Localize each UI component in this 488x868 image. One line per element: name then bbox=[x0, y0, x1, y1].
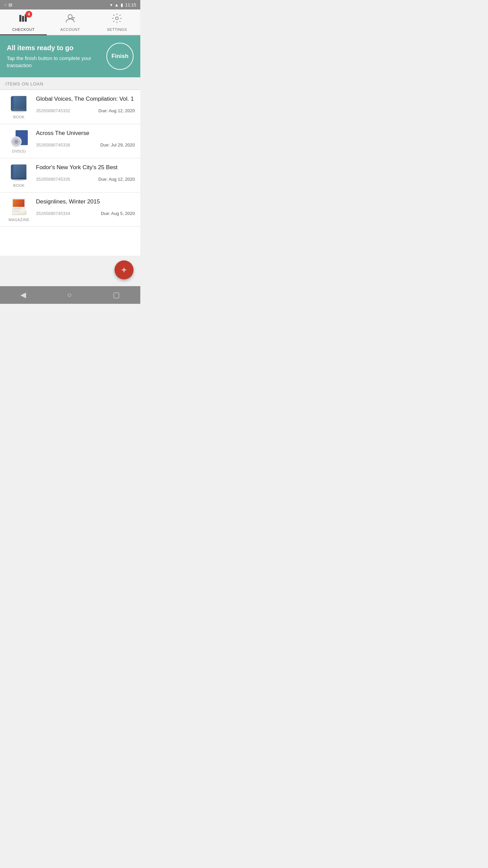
svg-rect-7 bbox=[12, 96, 26, 111]
add-item-button[interactable]: + bbox=[115, 260, 134, 279]
book-icon bbox=[9, 95, 29, 113]
list-item: DVD(s) Across The Universe 3526589074533… bbox=[0, 124, 140, 158]
finish-button[interactable]: Finish bbox=[106, 43, 134, 70]
status-bar: ○ ▤ ▾ ▲ ▮ 11:15 bbox=[0, 0, 140, 9]
sd-icon: ▤ bbox=[8, 2, 12, 7]
item-due: Due: Aug 12, 2020 bbox=[98, 177, 135, 182]
item-title: Across The Universe bbox=[36, 130, 135, 137]
item-icon-wrap: BOOK bbox=[5, 95, 33, 119]
svg-point-6 bbox=[116, 17, 118, 20]
account-label: ACCOUNT bbox=[60, 27, 80, 32]
signal-icon: ▲ bbox=[115, 2, 119, 7]
checkout-icon-wrap: 4 bbox=[18, 13, 29, 26]
item-type-label: BOOK bbox=[13, 115, 25, 119]
item-details: Across The Universe 35265890745338 Due: … bbox=[33, 130, 135, 147]
svg-rect-25 bbox=[14, 211, 20, 212]
item-details: Fodor's New York City's 25 Best 35265890… bbox=[33, 164, 135, 182]
svg-point-18 bbox=[11, 178, 27, 181]
settings-icon-wrap bbox=[111, 13, 122, 26]
checkout-banner: All items ready to go Tap the finish but… bbox=[0, 35, 140, 77]
account-icon-wrap bbox=[65, 13, 76, 26]
item-due: Due: Aug 5, 2020 bbox=[101, 211, 135, 216]
svg-rect-8 bbox=[11, 97, 14, 110]
svg-rect-24 bbox=[14, 210, 20, 210]
svg-rect-0 bbox=[19, 15, 21, 22]
dvd-icon bbox=[9, 130, 29, 147]
item-meta: 35265890745335 Due: Aug 12, 2020 bbox=[36, 177, 135, 182]
home-button[interactable]: ○ bbox=[60, 288, 78, 302]
item-due: Due: Aug 12, 2020 bbox=[98, 108, 135, 113]
item-meta: 35265890745338 Due: Jul 29, 2020 bbox=[36, 142, 135, 147]
recent-button[interactable]: ▢ bbox=[106, 288, 127, 302]
book-icon bbox=[9, 164, 29, 181]
svg-point-3 bbox=[68, 15, 72, 19]
item-title: Global Voices, The Compilation: Vol. 1 bbox=[36, 95, 135, 103]
svg-rect-22 bbox=[13, 199, 24, 207]
time-display: 11:15 bbox=[125, 2, 136, 7]
list-item: BOOK Fodor's New York City's 25 Best 352… bbox=[0, 158, 140, 193]
status-bar-left: ○ ▤ bbox=[4, 2, 12, 7]
account-icon bbox=[65, 16, 76, 26]
tab-account[interactable]: ACCOUNT bbox=[47, 9, 94, 35]
tab-settings[interactable]: SETTINGS bbox=[94, 9, 140, 35]
item-type-label: DVD(s) bbox=[12, 149, 26, 153]
nav-bar: ◀ ○ ▢ bbox=[0, 286, 140, 304]
settings-gear-icon bbox=[111, 16, 122, 26]
svg-rect-1 bbox=[22, 16, 24, 22]
item-details: Designlines, Winter 2015 35265890745334 … bbox=[33, 198, 135, 216]
item-title: Fodor's New York City's 25 Best bbox=[36, 164, 135, 171]
item-details: Global Voices, The Compilation: Vol. 1 3… bbox=[33, 95, 135, 113]
section-header: ITEMS ON LOAN bbox=[0, 77, 140, 90]
item-barcode: 35265890745332 bbox=[36, 108, 70, 113]
list-item: MAGAZINE Designlines, Winter 2015 352658… bbox=[0, 193, 140, 227]
svg-rect-16 bbox=[12, 164, 26, 179]
battery-icon: ▮ bbox=[121, 2, 123, 7]
tab-bar: 4 CHECKOUT ACCOUNT bbox=[0, 9, 140, 35]
item-barcode: 35265890745335 bbox=[36, 177, 70, 182]
tab-checkout[interactable]: 4 CHECKOUT bbox=[0, 9, 47, 35]
banner-title: All items ready to go bbox=[7, 44, 101, 52]
section-header-text: ITEMS ON LOAN bbox=[5, 81, 43, 86]
item-icon-wrap: BOOK bbox=[5, 164, 33, 188]
svg-rect-23 bbox=[14, 208, 22, 209]
svg-point-15 bbox=[11, 141, 22, 142]
checkout-label: CHECKOUT bbox=[12, 27, 35, 32]
wifi-icon: ▾ bbox=[110, 2, 113, 7]
magazine-icon bbox=[9, 198, 29, 216]
sim-icon: ○ bbox=[4, 2, 6, 7]
banner-text-block: All items ready to go Tap the finish but… bbox=[7, 44, 101, 69]
status-bar-right: ▾ ▲ ▮ 11:15 bbox=[110, 2, 136, 7]
item-due: Due: Jul 29, 2020 bbox=[100, 142, 135, 147]
settings-label: SETTINGS bbox=[107, 27, 127, 32]
item-barcode: 35265890745338 bbox=[36, 142, 70, 147]
list-item: BOOK Global Voices, The Compilation: Vol… bbox=[0, 90, 140, 124]
item-meta: 35265890745332 Due: Aug 12, 2020 bbox=[36, 108, 135, 113]
svg-rect-17 bbox=[11, 165, 14, 179]
back-button[interactable]: ◀ bbox=[14, 288, 33, 302]
item-icon-wrap: DVD(s) bbox=[5, 130, 33, 153]
item-type-label: BOOK bbox=[13, 183, 25, 188]
item-type-label: MAGAZINE bbox=[8, 218, 29, 222]
checkout-badge: 4 bbox=[25, 11, 32, 18]
item-barcode: 35265890745334 bbox=[36, 211, 70, 216]
item-icon-wrap: MAGAZINE bbox=[5, 198, 33, 222]
items-list: BOOK Global Voices, The Compilation: Vol… bbox=[0, 90, 140, 256]
fab-area: + bbox=[0, 256, 140, 286]
item-meta: 35265890745334 Due: Aug 5, 2020 bbox=[36, 211, 135, 216]
item-title: Designlines, Winter 2015 bbox=[36, 198, 135, 205]
banner-subtitle: Tap the finish button to complete your t… bbox=[7, 55, 101, 69]
